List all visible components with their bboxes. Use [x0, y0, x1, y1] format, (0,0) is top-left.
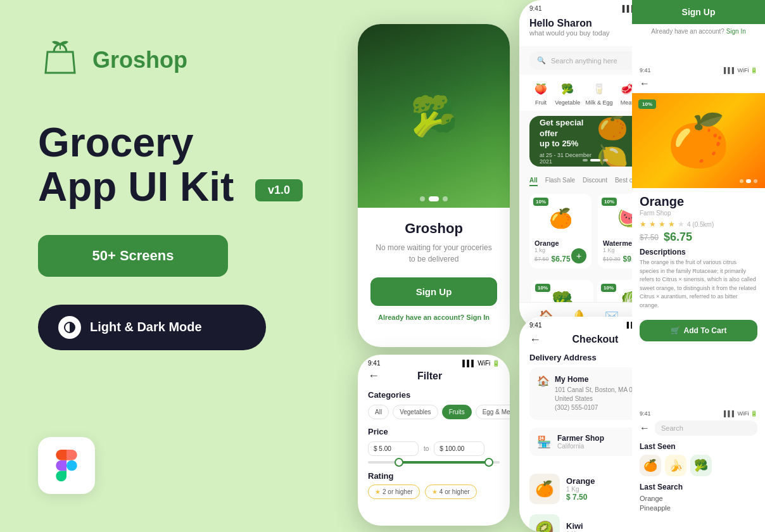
- filter-status-icons: ▌▌▌ WiFi 🔋: [462, 360, 500, 367]
- already-have-account: Already have an account? Sign In: [632, 24, 765, 39]
- price-slider-thumb-right[interactable]: [484, 458, 493, 467]
- checkout-orange-price: $ 7.50: [566, 493, 595, 502]
- logo-row: Groshop: [38, 38, 342, 82]
- banner-dot-1: [583, 159, 588, 162]
- version-badge: v1.0: [255, 179, 303, 202]
- dot-1: [420, 196, 425, 201]
- delivery-title: Delivery Address: [529, 353, 597, 362]
- star-2: ★: [649, 220, 656, 229]
- checkout-kiwi-thumb: 🥝: [529, 514, 560, 532]
- sign-in-bar[interactable]: Sign Up: [632, 0, 765, 24]
- splash-app-name: Groshop: [370, 220, 497, 237]
- splash-content: Groshop No more waiting for your groceri…: [358, 208, 510, 331]
- logo-text: Groshop: [92, 47, 187, 73]
- search-input-display[interactable]: Search: [655, 421, 757, 436]
- signup-button[interactable]: Sign Up: [370, 277, 497, 306]
- chip-egg[interactable]: Egg & Me: [476, 405, 510, 419]
- search-item-orange[interactable]: Orange: [640, 495, 757, 502]
- watermelon-old-price: $10.30: [603, 256, 621, 262]
- rating-chip-2[interactable]: ★ 2 or higher: [368, 484, 420, 499]
- product-back-btn[interactable]: ←: [632, 75, 765, 93]
- logo-icon: [38, 38, 82, 82]
- star-4: ★: [668, 220, 675, 229]
- checkout-orange-weight: 1 Kg: [566, 486, 595, 493]
- img-dot-3: [754, 179, 757, 183]
- price-to-input[interactable]: $ 100.00: [434, 441, 484, 456]
- fruit-icon: 🍑: [532, 80, 550, 98]
- right-panel: Sign Up Already have an account? Sign In…: [632, 0, 765, 532]
- watermelon-discount: 10%: [602, 198, 617, 206]
- chip-all[interactable]: All: [368, 405, 389, 419]
- add-to-cart-btn[interactable]: 🛒 Add To Cart: [640, 320, 757, 341]
- filter-back-btn[interactable]: ←: [368, 369, 379, 383]
- dark-mode-badge: Light & Dark Mode: [38, 305, 266, 350]
- orange-add-button[interactable]: +: [571, 248, 586, 263]
- screens-badge[interactable]: 50+ Screens: [38, 235, 228, 277]
- cat-milk-egg[interactable]: 🥛 Milk & Egg: [586, 80, 613, 106]
- checkout-title: Checkout: [572, 334, 619, 345]
- left-section: Groshop Grocery App UI Kit v1.0 50+ Scre…: [38, 38, 342, 350]
- rating-row: ★ ★ ★ ★ ★ 4 (0.5km): [640, 220, 757, 229]
- cat-vegetable[interactable]: 🥦 Vegetable: [555, 80, 580, 106]
- star-5: ★: [678, 220, 685, 229]
- product-detail-section: 9:41 ▌▌▌ WiFi 🔋 ← 🍊 10% Orange Farm Shop…: [632, 63, 765, 345]
- checkout-time: 9:41: [529, 322, 541, 329]
- price-separator: to: [424, 445, 429, 452]
- shop-store-icon: 🏪: [537, 435, 551, 449]
- chip-fruits[interactable]: Fruits: [442, 405, 472, 419]
- cart-icon: 🛒: [671, 326, 680, 335]
- category-chips: All Vegetables Fruits Egg & Me: [358, 405, 510, 427]
- star-3: ★: [659, 220, 666, 229]
- checkout-kiwi-info: Kiwi 1 Kg: [566, 521, 583, 532]
- categories-label: Categories: [358, 390, 510, 405]
- tab-discount[interactable]: Discount: [583, 177, 607, 186]
- headline-line2: App UI Kit: [38, 164, 234, 210]
- checkout-back-btn[interactable]: ←: [529, 333, 541, 346]
- hello-text: Hello Sharon: [529, 18, 610, 29]
- search-placeholder: Search anything here: [551, 57, 617, 65]
- search-back-btn[interactable]: ←: [640, 422, 650, 434]
- product-detail-content: Orange Farm Shop ★ ★ ★ ★ ★ 4 (0.5km) $7.…: [632, 188, 765, 316]
- img-dot-1: [740, 179, 743, 183]
- price-slider-track[interactable]: [368, 461, 500, 464]
- splash-hero: 🥦: [358, 24, 510, 208]
- search-item-pineapple[interactable]: Pineapple: [640, 504, 757, 512]
- product-status-bar: 9:41 ▌▌▌ WiFi 🔋: [632, 63, 765, 75]
- img-dot-2: [746, 179, 751, 183]
- last-seen-items: 🍊 🍌 🥦: [640, 455, 757, 476]
- sign-in-link[interactable]: Sign In: [726, 28, 746, 35]
- shop-name: Farmer Shop: [557, 434, 604, 443]
- price-slider-thumb-left[interactable]: [395, 458, 403, 467]
- seen-broccoli[interactable]: 🥦: [690, 455, 712, 476]
- splash-tagline: No more waiting for your groceries to be…: [370, 242, 497, 265]
- address-home-icon: 🏠: [537, 375, 550, 387]
- product-title: Orange: [640, 194, 757, 209]
- greeting-block: Hello Sharon what would you buy today: [529, 18, 610, 37]
- greens-discount: 10%: [601, 284, 616, 292]
- price-from-input[interactable]: $ 5.00: [368, 441, 419, 456]
- veggie-illustration: 🥦: [358, 24, 510, 208]
- orange-new-price: $6.75: [552, 255, 571, 263]
- shop-info: Farmer Shop California: [557, 434, 604, 450]
- tab-all[interactable]: All: [529, 177, 538, 186]
- toggle-icon: [58, 316, 81, 339]
- last-seen-label: Last Seen: [640, 442, 757, 451]
- filter-title: Filter: [417, 370, 442, 382]
- shop-location: California: [557, 443, 604, 450]
- rating-chip-4[interactable]: ★ 4 or higher: [425, 484, 477, 499]
- orange-old-price: $7.50: [534, 256, 549, 262]
- figma-badge: [38, 437, 95, 494]
- checkout-orange-info: Orange 1 Kg $ 7.50: [566, 476, 595, 502]
- orange-name: Orange: [534, 239, 586, 247]
- seen-orange[interactable]: 🍊: [640, 455, 661, 476]
- cat-fruit[interactable]: 🍑 Fruit: [532, 80, 550, 106]
- figma-logo: [51, 450, 82, 481]
- chip-vegetables[interactable]: Vegetables: [393, 405, 438, 419]
- tab-flash[interactable]: Flash Sale: [545, 177, 575, 186]
- dot-3: [443, 196, 448, 201]
- product-old-price: $7.50: [640, 233, 659, 242]
- seen-banana[interactable]: 🍌: [665, 455, 686, 476]
- phone-splash: 🥦 Groshop No more waiting for your groce…: [358, 24, 510, 347]
- product-orange: 10% 🍊 Orange 1 kg $7.50 $6.75 +: [529, 194, 591, 269]
- dot-2: [429, 196, 439, 201]
